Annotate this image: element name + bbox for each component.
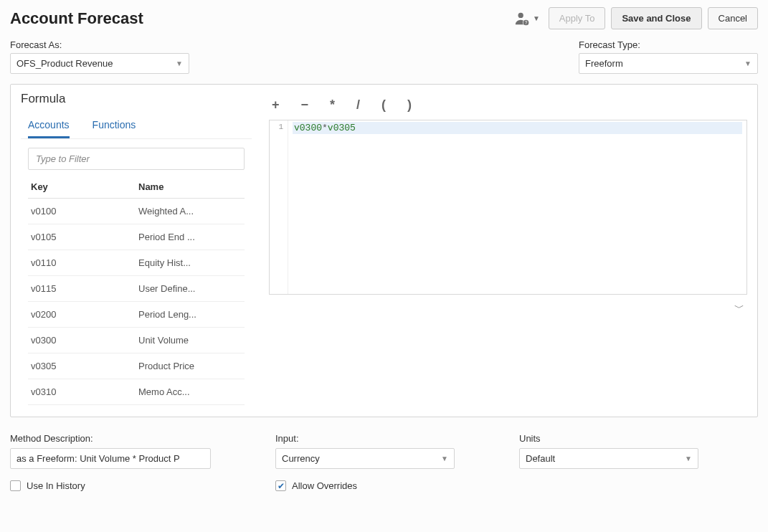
operator-times[interactable]: *: [330, 98, 335, 113]
method-description-label: Method Description:: [10, 433, 211, 444]
table-row[interactable]: v0310 Memo Acc...: [28, 379, 245, 405]
table-row[interactable]: v0110 Equity Hist...: [28, 250, 245, 276]
chevron-down-icon: ▼: [176, 60, 183, 67]
operator-lparen[interactable]: (: [381, 98, 386, 113]
units-label: Units: [519, 433, 698, 444]
table-row[interactable]: v0300 Unit Volume: [28, 328, 245, 353]
allow-overrides-checkbox[interactable]: [275, 480, 286, 491]
chevron-down-icon: ▼: [685, 455, 692, 462]
editor-gutter: 1: [270, 120, 288, 294]
table-row[interactable]: v0305 Product Price: [28, 353, 245, 379]
input-select[interactable]: Currency ▼: [275, 448, 455, 469]
table-row[interactable]: v0200 Period Leng...: [28, 302, 245, 328]
table-row[interactable]: v0115 User Define...: [28, 276, 245, 302]
forecast-type-value: Freeform: [585, 58, 623, 69]
expand-editor-icon[interactable]: ﹀: [731, 299, 747, 318]
svg-text:?: ?: [525, 20, 528, 25]
formula-editor[interactable]: 1 v0300*v0305: [269, 120, 747, 295]
column-name: Name: [138, 181, 242, 192]
apply-to-button[interactable]: Apply To: [549, 7, 606, 29]
table-row[interactable]: v0105 Period End ...: [28, 224, 245, 250]
user-help-menu[interactable]: ? ▼: [511, 11, 543, 27]
operator-divide[interactable]: /: [356, 98, 360, 113]
person-help-icon: ?: [514, 11, 530, 27]
use-in-history-label: Use In History: [27, 480, 85, 491]
operator-rparen[interactable]: ): [407, 98, 412, 113]
tab-accounts[interactable]: Accounts: [28, 115, 70, 138]
forecast-as-select[interactable]: OFS_Product Revenue ▼: [10, 53, 189, 74]
column-key: Key: [31, 181, 138, 192]
input-label: Input:: [275, 433, 455, 444]
editor-content[interactable]: v0300*v0305: [288, 120, 746, 294]
caret-down-icon: ▼: [533, 14, 540, 22]
tab-functions[interactable]: Functions: [93, 115, 136, 138]
forecast-type-label: Forecast Type:: [579, 39, 758, 50]
svg-point-0: [518, 12, 523, 17]
operator-plus[interactable]: +: [272, 98, 280, 113]
cancel-button[interactable]: Cancel: [708, 7, 758, 29]
table-row[interactable]: v0100 Weighted A...: [28, 199, 245, 224]
chevron-down-icon: ▼: [744, 60, 752, 67]
units-select[interactable]: Default ▼: [519, 448, 698, 469]
filter-input[interactable]: [28, 148, 245, 170]
accounts-table[interactable]: v0100 Weighted A... v0105 Period End ...…: [28, 199, 245, 407]
save-and-close-button[interactable]: Save and Close: [611, 7, 701, 29]
formula-panel-title: Formula: [21, 92, 252, 106]
page-title: Account Forecast: [10, 9, 511, 28]
use-in-history-checkbox[interactable]: [10, 480, 21, 491]
method-description-input[interactable]: as a Freeform: Unit Volume * Product P: [10, 448, 211, 469]
allow-overrides-label: Allow Overrides: [292, 480, 357, 491]
forecast-as-label: Forecast As:: [10, 39, 189, 50]
operator-minus[interactable]: −: [301, 98, 309, 113]
chevron-down-icon: ▼: [441, 455, 448, 462]
forecast-as-value: OFS_Product Revenue: [16, 58, 113, 69]
forecast-type-select[interactable]: Freeform ▼: [579, 53, 758, 74]
